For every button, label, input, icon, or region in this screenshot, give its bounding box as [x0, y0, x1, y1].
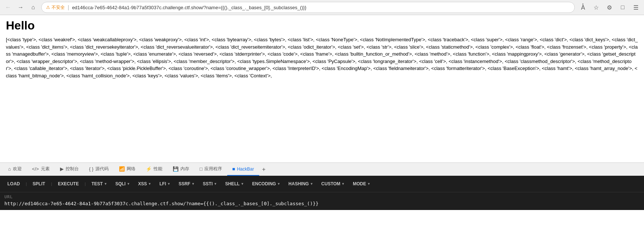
tab-hackbar-label: HackBar [237, 167, 254, 172]
extensions-btn[interactable]: ⚙ [604, 2, 615, 13]
divider-3: | [85, 182, 86, 186]
execute-label: EXECUTE [58, 181, 79, 186]
ssti-label: SSTI [203, 181, 213, 186]
encoding-button[interactable]: ENCODING ▼ [249, 180, 284, 188]
forward-button[interactable]: → [15, 2, 26, 13]
divider-1: | [26, 182, 27, 186]
tab-performance-label: 性能 [154, 166, 162, 172]
browser-actions: A̓ ☆ ⚙ □ ☰ [578, 2, 641, 13]
address-separator: | [68, 4, 69, 10]
tab-console-label: 控制台 [66, 166, 79, 172]
elements-icon: </> [32, 166, 39, 172]
menu-btn[interactable]: ☰ [631, 2, 641, 13]
tab-elements[interactable]: </> 元素 [27, 163, 55, 176]
split-button[interactable]: SPLIT [30, 180, 48, 188]
ssrf-button[interactable]: SSRF ▼ [176, 180, 198, 188]
devtools-tabs: ⌂ 欢迎 </> 元素 ▶ 控制台 { } 源代码 📶 网络 ⚡ 性能 💾 内存… [0, 162, 644, 176]
home-button[interactable]: ⌂ [28, 2, 38, 13]
encoding-label: ENCODING [252, 181, 276, 186]
tab-memory-label: 内存 [180, 166, 189, 172]
tab-welcome-label: 欢迎 [13, 166, 22, 172]
tab-welcome[interactable]: ⌂ 欢迎 [3, 163, 27, 176]
sqli-label: SQLI [115, 181, 126, 186]
security-label: 不安全 [52, 4, 65, 11]
performance-icon: ⚡ [146, 166, 152, 172]
console-icon: ▶ [60, 166, 64, 172]
load-button[interactable]: LOAD [4, 180, 23, 188]
tab-application[interactable]: □ 应用程序 [194, 163, 227, 176]
tab-sources-label: 源代码 [95, 166, 109, 172]
mode-label: MODE [353, 181, 366, 186]
encoding-arrow: ▼ [277, 182, 280, 186]
hackbar-url-section: URL http://ed146cca-7e65-4642-84a1-9b77a… [0, 192, 644, 210]
address-text: ed146cca-7e65-4642-84a1-9b77a5f3037c.cha… [72, 5, 570, 10]
warning-icon: ⚠ [46, 5, 50, 10]
page-title: Hello [6, 19, 638, 32]
address-bar[interactable]: ⚠ 不安全 | ed146cca-7e65-4642-84a1-9b77a5f3… [41, 2, 575, 13]
test-label: TEST [92, 181, 103, 186]
sqli-arrow: ▼ [127, 182, 130, 186]
xss-label: XSS [138, 181, 147, 186]
shell-label: SHELL [225, 181, 239, 186]
security-warning: ⚠ 不安全 [46, 4, 65, 11]
ssti-arrow: ▼ [214, 182, 217, 186]
custom-arrow: ▼ [341, 182, 345, 186]
split-btn[interactable]: □ [617, 2, 628, 13]
load-label: LOAD [7, 181, 20, 186]
lfi-arrow: ▼ [167, 182, 170, 186]
divider-2: | [51, 182, 52, 186]
custom-button[interactable]: CUSTOM ▼ [319, 180, 348, 188]
hashing-button[interactable]: HASHING ▼ [285, 180, 316, 188]
back-button[interactable]: ← [3, 2, 13, 13]
tab-network-label: 网络 [127, 166, 136, 172]
test-button[interactable]: TEST ▼ [89, 180, 110, 188]
bookmark-btn[interactable]: ☆ [591, 2, 601, 13]
sources-icon: { } [89, 166, 94, 172]
ssti-button[interactable]: SSTI ▼ [200, 180, 220, 188]
ssrf-label: SSRF [179, 181, 190, 186]
memory-icon: 💾 [173, 166, 179, 172]
hashing-label: HASHING [288, 181, 309, 186]
split-label: SPLIT [33, 181, 45, 186]
font-btn[interactable]: A̓ [578, 2, 588, 13]
custom-label: CUSTOM [321, 181, 341, 186]
hackbar-icon: ■ [232, 166, 235, 172]
tab-elements-label: 元素 [41, 166, 50, 172]
tab-performance[interactable]: ⚡ 性能 [141, 163, 168, 176]
tab-console[interactable]: ▶ 控制台 [55, 163, 84, 176]
tab-application-label: 应用程序 [204, 166, 222, 172]
tab-hackbar[interactable]: ■ HackBar [227, 163, 259, 176]
hackbar-toolbar: LOAD | SPLIT | EXECUTE | TEST ▼ SQLI ▼ X… [0, 176, 644, 192]
mode-button[interactable]: MODE ▼ [350, 180, 373, 188]
tab-memory[interactable]: 💾 内存 [168, 163, 194, 176]
application-icon: □ [200, 166, 203, 172]
lfi-label: LFI [159, 181, 166, 186]
shell-button[interactable]: SHELL ▼ [222, 180, 247, 188]
test-arrow: ▼ [104, 182, 107, 186]
tab-network[interactable]: 📶 网络 [114, 163, 141, 176]
mode-arrow: ▼ [367, 182, 370, 186]
page-content: Hello [<class 'type'>, <class 'weakref'>… [0, 15, 644, 162]
sqli-button[interactable]: SQLI ▼ [112, 180, 133, 188]
xss-button[interactable]: XSS ▼ [135, 180, 154, 188]
nav-bar: ← → ⌂ ⚠ 不安全 | ed146cca-7e65-4642-84a1-9b… [0, 0, 644, 15]
add-tab-button[interactable]: + [259, 164, 268, 175]
nav-controls: ← → ⌂ [3, 2, 38, 13]
ssrf-arrow: ▼ [191, 182, 195, 186]
page-body: [<class 'type'>, <class 'weakref'>, <cla… [6, 36, 638, 79]
lfi-button[interactable]: LFI ▼ [156, 180, 173, 188]
tab-sources[interactable]: { } 源代码 [84, 163, 114, 176]
shell-arrow: ▼ [241, 182, 244, 186]
welcome-icon: ⌂ [8, 166, 11, 172]
xss-arrow: ▼ [148, 182, 151, 186]
browser-chrome: ← → ⌂ ⚠ 不安全 | ed146cca-7e65-4642-84a1-9b… [0, 0, 644, 15]
hashing-arrow: ▼ [310, 182, 313, 186]
network-icon: 📶 [119, 166, 125, 172]
url-value: http://ed146cca-7e65-4642-84a1-9b77a5f30… [4, 201, 640, 206]
execute-button[interactable]: EXECUTE [55, 180, 82, 188]
url-label: URL [4, 195, 640, 199]
